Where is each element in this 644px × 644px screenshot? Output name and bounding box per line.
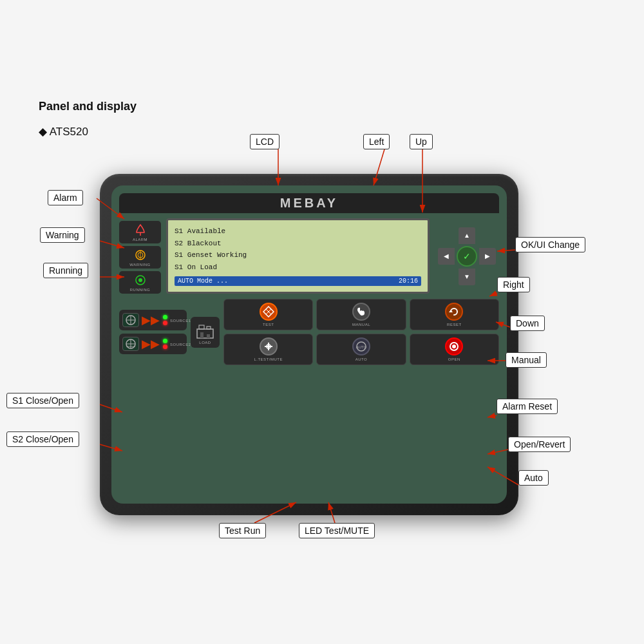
- nav-circle: ▲ ◀ ✓ ▶ ▼: [438, 227, 496, 285]
- running-indicator-label: RUNNING: [130, 288, 151, 292]
- nav-up-button[interactable]: ▲: [459, 227, 475, 244]
- lcd-label: LCD: [250, 134, 279, 149]
- up-arrow-icon: ▲: [464, 232, 470, 239]
- brand-text: MEBAY: [280, 196, 338, 210]
- running-icon: [133, 273, 147, 287]
- nav-ok-button[interactable]: ✓: [457, 246, 477, 267]
- svg-marker-22: [449, 310, 453, 312]
- alarm-indicator-label: ALARM: [133, 238, 147, 242]
- lcd-line3: S1 Genset Working: [175, 249, 421, 261]
- lcd-line1: S1 Available: [175, 225, 421, 238]
- manual-button-icon: [352, 303, 370, 321]
- warning-indicator-label: WARNING: [129, 263, 150, 267]
- lcd-screen: S1 Available S2 Blackout S1 Genset Worki…: [166, 218, 430, 294]
- ltest-mute-button-icon: [260, 337, 278, 355]
- ok-ui-label: OK/UI Change: [515, 237, 585, 252]
- svg-rect-14: [197, 329, 213, 338]
- right-arrow-icon: ▶: [485, 252, 490, 260]
- ok-check-icon: ✓: [463, 251, 471, 261]
- right-label: Right: [497, 277, 530, 292]
- load-label: LOAD: [199, 341, 211, 345]
- svg-point-1: [140, 234, 141, 236]
- source1-icon: [122, 313, 139, 327]
- led-test-mute-label: LED Test/MUTE: [299, 523, 375, 538]
- reset-button-icon: [445, 303, 463, 321]
- manual-label: Manual: [506, 352, 547, 368]
- left-indicators: ALARM WARNING: [119, 218, 161, 294]
- top-area: ALARM WARNING: [119, 218, 499, 294]
- alarm-indicator: ALARM: [119, 221, 161, 243]
- manual-button-label: MANUAL: [352, 323, 370, 327]
- panel-title: Panel and display: [39, 100, 137, 113]
- running-label: Running: [43, 263, 88, 278]
- load-block: LOAD: [191, 317, 220, 348]
- source2-icon: [122, 337, 139, 351]
- nav-left-button[interactable]: ◀: [438, 248, 455, 265]
- source1-led-green: [163, 315, 167, 319]
- brand-bar: MEBAY: [119, 193, 499, 213]
- open-button[interactable]: OPEN: [410, 334, 499, 365]
- alarm-label: Alarm: [48, 190, 83, 205]
- source2-led-green: [163, 339, 167, 343]
- nav-pad: ▲ ◀ ✓ ▶ ▼: [435, 218, 499, 294]
- svg-point-29: [452, 345, 456, 348]
- auto-button-label: AUTO: [355, 357, 368, 361]
- warning-icon: [133, 248, 147, 262]
- test-button[interactable]: TEST: [223, 299, 313, 330]
- alarm-icon: [133, 223, 147, 237]
- source1-leds: [163, 315, 167, 325]
- manual-button[interactable]: MANUAL: [316, 299, 406, 330]
- running-indicator: RUNNING: [119, 271, 161, 294]
- svg-rect-18: [207, 334, 210, 338]
- nav-down-button[interactable]: ▼: [459, 269, 475, 285]
- nav-right-button[interactable]: ▶: [479, 248, 496, 265]
- test-button-icon: [260, 303, 278, 321]
- up-label: Up: [410, 134, 433, 149]
- source-section: ▶▶ SOURCE1: [119, 310, 187, 354]
- svg-point-6: [138, 278, 142, 282]
- lcd-line4: S1 On Load: [175, 261, 421, 274]
- source1-label: SOURCE1: [170, 319, 191, 323]
- warning-indicator: WARNING: [119, 246, 161, 269]
- svg-rect-17: [200, 332, 204, 338]
- source2-leds: [163, 339, 167, 349]
- down-arrow-icon: ▼: [464, 273, 470, 280]
- inner-panel: MEBAY ALARM: [111, 185, 507, 504]
- auto-button[interactable]: AUTO AUTO: [316, 334, 406, 365]
- s1-close-open-label: S1 Close/Open: [6, 393, 79, 408]
- auto-button-icon: AUTO: [352, 337, 370, 355]
- svg-text:AUTO: AUTO: [356, 345, 367, 349]
- test-button-label: TEST: [263, 323, 274, 327]
- header: Panel and display ◆ ATS520: [39, 100, 137, 138]
- source2-block: ▶▶ SOURCE2: [119, 334, 187, 354]
- device-body: MEBAY ALARM: [100, 174, 518, 515]
- bottom-area: ▶▶ SOURCE1: [119, 299, 499, 365]
- left-arrow-icon: ◀: [444, 252, 449, 260]
- lcd-time: 20:16: [399, 278, 418, 285]
- reset-button-label: RESET: [447, 323, 462, 327]
- lcd-mode: AUTO Mode ...: [178, 278, 228, 285]
- warning-label: Warning: [40, 227, 85, 243]
- source1-led-red: [163, 321, 167, 325]
- lcd-status-bar: AUTO Mode ... 20:16: [175, 276, 421, 286]
- s2-close-open-label: S2 Close/Open: [6, 431, 79, 447]
- open-button-icon: [445, 337, 463, 355]
- ltest-mute-button[interactable]: L.TEST/MUTE: [223, 334, 313, 365]
- test-run-label: Test Run: [219, 523, 266, 538]
- source2-label: SOURCE2: [170, 343, 191, 346]
- svg-rect-15: [199, 325, 204, 329]
- alarm-reset-label: Alarm Reset: [497, 399, 558, 414]
- down-label: Down: [510, 316, 545, 331]
- source2-led-red: [163, 345, 167, 349]
- model-label: ◆ ATS520: [39, 125, 137, 138]
- source1-block: ▶▶ SOURCE1: [119, 310, 187, 330]
- left-label: Left: [363, 134, 390, 149]
- open-button-label: OPEN: [448, 357, 460, 361]
- reset-button[interactable]: RESET: [410, 299, 499, 330]
- open-revert-label: Open/Revert: [508, 437, 571, 452]
- ltest-mute-button-label: L.TEST/MUTE: [254, 357, 283, 361]
- auto-label: Auto: [518, 470, 549, 486]
- lcd-line2: S2 Blackout: [175, 238, 421, 250]
- button-grid: TEST MANUAL: [223, 299, 499, 365]
